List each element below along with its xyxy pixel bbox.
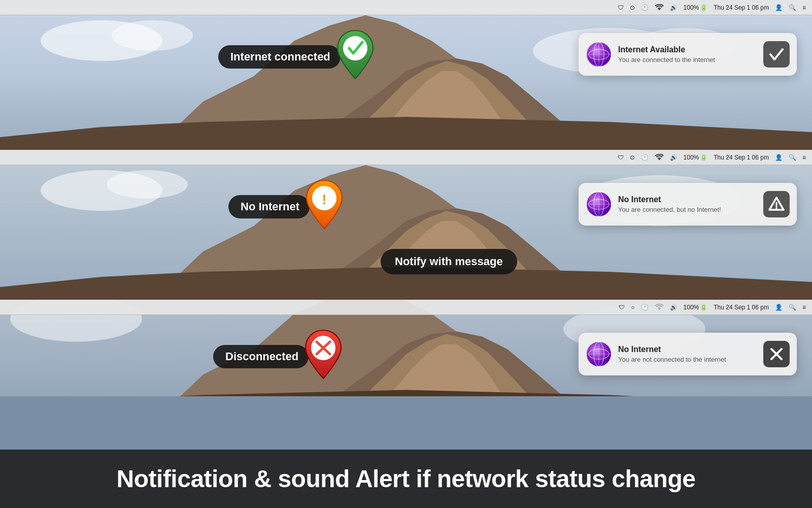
notif-body-2: You are connected, but no Internet! bbox=[618, 206, 757, 213]
mb2-battery: 100% 🔋 bbox=[684, 154, 708, 161]
mb3-clock: 🕐 bbox=[641, 304, 649, 311]
menubar-clock: 🕐 bbox=[641, 4, 649, 11]
menubar-dots: ⊙ bbox=[630, 4, 635, 11]
notif-text-2: No Internet You are connected, but no In… bbox=[618, 195, 757, 213]
notif-body-1: You are connected to the internet bbox=[618, 56, 757, 64]
menubar-user: 👤 bbox=[775, 4, 783, 11]
menubar-shield: 🛡 bbox=[618, 4, 624, 11]
notification-card-1: Internet Available You are connected to … bbox=[579, 33, 797, 76]
svg-point-24 bbox=[775, 207, 777, 209]
globe-icon-3 bbox=[586, 341, 612, 367]
status-indicator-2: No Internet ! bbox=[228, 178, 347, 236]
mb3-search: 🔍 bbox=[789, 304, 796, 311]
mb2-list: ≡ bbox=[802, 154, 806, 161]
mb2-wifi bbox=[655, 154, 664, 161]
checkmark-icon bbox=[767, 45, 786, 64]
notif-action-3 bbox=[763, 341, 790, 367]
mb3-volume: 🔊 bbox=[670, 304, 678, 311]
svg-text:!: ! bbox=[322, 192, 326, 207]
mb3-battery-text: 100% bbox=[684, 304, 699, 311]
status-label-3: Disconnected bbox=[213, 345, 309, 368]
label-text-1: Internet connected bbox=[230, 50, 330, 63]
svg-point-2 bbox=[112, 20, 193, 51]
notification-card-3: No Internet You are not connected to the… bbox=[579, 333, 797, 375]
notif-title-2: No Internet bbox=[618, 195, 757, 204]
mb2-time: Thu 24 Sep 1 06 pm bbox=[714, 154, 769, 161]
menubar-time: Thu 24 Sep 1 06 pm bbox=[714, 4, 769, 11]
battery-percent: 100% bbox=[684, 4, 699, 11]
xmark-icon bbox=[767, 345, 786, 363]
mb2-dots: ⊙ bbox=[630, 154, 635, 161]
notif-action-1 bbox=[763, 41, 790, 68]
notif-text-1: Internet Available You are connected to … bbox=[618, 45, 757, 64]
screenshot-container: 🛡 ⊙ 🕐 🔊 100% 🔋 Thu 24 Sep 1 06 pm 👤 🔍 ≡ … bbox=[0, 0, 812, 508]
warning-icon bbox=[767, 195, 786, 214]
menubar-wifi bbox=[655, 4, 664, 11]
panel-2: 🛡 ⊙ 🕐 🔊 100% 🔋 Thu 24 Sep 1 06 pm 👤 🔍 ≡ … bbox=[0, 150, 812, 300]
pin-icon-2: ! bbox=[301, 178, 347, 236]
menubar-3: 🛡 ○ 🕐 🔊 100% 🔋 Thu 24 Sep 1 06 pm 👤 🔍 ≡ bbox=[0, 300, 812, 315]
menubar-search: 🔍 bbox=[789, 4, 796, 11]
notif-body-3: You are not connected to the internet bbox=[618, 356, 757, 363]
status-label-2: No Internet bbox=[228, 195, 310, 218]
mb3-battery: 100% 🔋 bbox=[684, 304, 708, 311]
label-text-3: Disconnected bbox=[225, 350, 298, 363]
panel-1: 🛡 ⊙ 🕐 🔊 100% 🔋 Thu 24 Sep 1 06 pm 👤 🔍 ≡ … bbox=[0, 0, 812, 150]
status-indicator-3: Disconnected bbox=[213, 328, 346, 386]
mb3-list: ≡ bbox=[802, 304, 806, 311]
notification-card-2: No Internet You are connected, but no In… bbox=[579, 183, 797, 226]
panel-3: 🛡 ○ 🕐 🔊 100% 🔋 Thu 24 Sep 1 06 pm 👤 🔍 ≡ … bbox=[0, 300, 812, 396]
globe-icon-1 bbox=[586, 41, 612, 68]
menubar-2: 🛡 ⊙ 🕐 🔊 100% 🔋 Thu 24 Sep 1 06 pm 👤 🔍 ≡ bbox=[0, 150, 812, 165]
notif-action-2 bbox=[763, 191, 790, 217]
svg-point-14 bbox=[107, 170, 188, 199]
status-label-1: Internet connected bbox=[218, 45, 341, 69]
caption-bar: Notification & sound Alert if network st… bbox=[0, 450, 812, 508]
notif-text-3: No Internet You are not connected to the… bbox=[618, 345, 757, 363]
mb2-volume: 🔊 bbox=[670, 154, 678, 161]
caption-text: Notification & sound Alert if network st… bbox=[117, 465, 696, 493]
mb3-wifi bbox=[655, 304, 664, 311]
mb2-shield: 🛡 bbox=[618, 154, 624, 161]
tooltip-text: Notify with message bbox=[395, 255, 503, 268]
mb3-circle: ○ bbox=[631, 304, 634, 311]
globe-icon-2 bbox=[586, 191, 612, 217]
menubar-list: ≡ bbox=[802, 4, 806, 11]
mb3-time: Thu 24 Sep 1 06 pm bbox=[714, 304, 769, 311]
mb2-user: 👤 bbox=[775, 154, 783, 161]
notif-title-1: Internet Available bbox=[618, 45, 757, 54]
mb2-search: 🔍 bbox=[789, 154, 796, 161]
menubar-1: 🛡 ⊙ 🕐 🔊 100% 🔋 Thu 24 Sep 1 06 pm 👤 🔍 ≡ bbox=[0, 0, 812, 15]
mb2-clock: 🕐 bbox=[641, 154, 649, 161]
mb3-user: 👤 bbox=[775, 304, 783, 311]
menubar-battery: 100% 🔋 bbox=[684, 4, 708, 11]
status-indicator-1: Internet connected bbox=[218, 28, 378, 86]
mb3-shield: 🛡 bbox=[619, 304, 625, 311]
menubar-volume: 🔊 bbox=[670, 4, 678, 11]
label-text-2: No Internet bbox=[241, 200, 299, 213]
tooltip-bubble: Notify with message bbox=[381, 249, 517, 274]
notif-title-3: No Internet bbox=[618, 345, 757, 354]
mb2-battery-text: 100% bbox=[684, 154, 699, 161]
pin-icon-1 bbox=[332, 28, 378, 86]
pin-icon-3 bbox=[300, 328, 346, 386]
svg-point-5 bbox=[343, 36, 367, 60]
